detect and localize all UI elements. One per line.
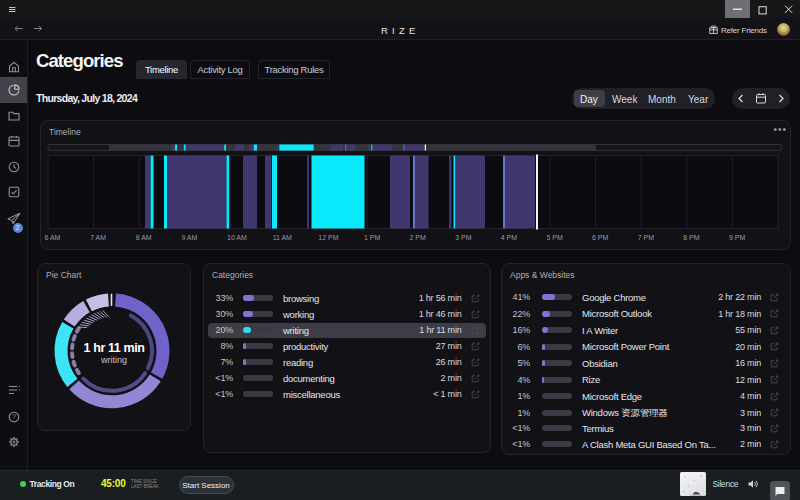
svg-text:8 PM: 8 PM xyxy=(683,234,700,241)
svg-text:11 AM: 11 AM xyxy=(273,234,292,241)
svg-text:?: ? xyxy=(12,413,16,420)
svg-text:9 PM: 9 PM xyxy=(729,234,746,241)
svg-text:7 AM: 7 AM xyxy=(90,234,106,241)
svg-text:6 AM: 6 AM xyxy=(45,234,61,241)
svg-text:1 PM: 1 PM xyxy=(364,234,381,241)
svg-text:5 PM: 5 PM xyxy=(546,234,563,241)
svg-text:8 AM: 8 AM xyxy=(136,234,152,241)
svg-text:7 PM: 7 PM xyxy=(638,234,655,241)
svg-text:3 PM: 3 PM xyxy=(455,234,472,241)
svg-text:10 AM: 10 AM xyxy=(227,234,247,241)
svg-text:6 PM: 6 PM xyxy=(592,234,609,241)
svg-text:9 AM: 9 AM xyxy=(181,234,197,241)
svg-text:2 PM: 2 PM xyxy=(410,234,427,241)
svg-text:4 PM: 4 PM xyxy=(501,234,518,241)
svg-text:12 PM: 12 PM xyxy=(318,234,338,241)
